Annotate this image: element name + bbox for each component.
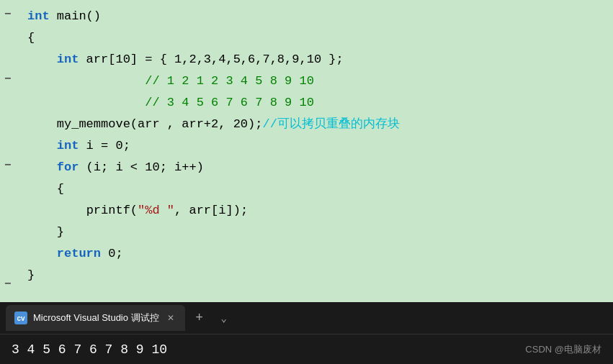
line-3: int arr[10] = { 1,2,3,4,5,6,7,8,9,10 }; — [27, 49, 606, 70]
indent-11 — [27, 222, 57, 243]
taskbar-tab[interactable]: cv Microsoft Visual Studio 调试控 ✕ — [6, 305, 185, 331]
return-val: 0; — [101, 243, 123, 265]
kw-int-main: int — [27, 6, 50, 27]
comment-zh-6: //可以拷贝重叠的内存块 — [262, 114, 399, 135]
printf-call: printf( — [86, 200, 138, 222]
line-5: // 3 4 5 6 7 6 7 8 9 10 — [27, 92, 606, 114]
output-bar: 3 4 5 6 7 6 7 8 9 10 CSDN @电脑废材 — [0, 334, 613, 364]
arr-decl: arr[10] = { 1,2,3,4,5,6,7,8,9,10 }; — [79, 49, 343, 70]
tab-label: Microsoft Visual Studio 调试控 — [33, 311, 159, 324]
printf-string: "%d " — [138, 200, 174, 222]
watermark: CSDN @电脑废材 — [525, 343, 601, 356]
line-4: // 1 2 1 2 3 4 5 8 9 10 — [27, 70, 606, 92]
gutter-minus-4[interactable]: − — [4, 73, 12, 85]
line-6: my_memmove(arr , arr+2, 20);//可以拷贝重叠的内存块 — [27, 114, 606, 135]
taskbar: cv Microsoft Visual Studio 调试控 ✕ + ⌄ — [0, 302, 613, 334]
close-brace-for: } — [57, 222, 64, 243]
indent-12 — [27, 243, 57, 265]
indent-9 — [27, 178, 57, 200]
open-brace-for: { — [57, 178, 64, 200]
tab-overflow-button[interactable]: ⌄ — [214, 308, 234, 328]
line-1: int main() — [27, 6, 606, 27]
kw-int-arr: int — [57, 49, 79, 70]
indent-3 — [27, 49, 57, 70]
kw-int-i: int — [57, 135, 79, 157]
line-12: return 0; — [27, 243, 606, 265]
gutter-minus-8[interactable]: − — [4, 160, 12, 171]
code-content: int main() { int arr[10] = { 1,2,3,4,5,6… — [20, 0, 613, 292]
indent-10 — [27, 200, 86, 222]
tab-icon-text: cv — [17, 314, 24, 322]
add-tab-button[interactable]: + — [189, 308, 210, 328]
plain-main: main() — [50, 6, 101, 27]
output-text: 3 4 5 6 7 6 7 8 9 10 — [12, 342, 525, 357]
indent-6 — [27, 114, 57, 135]
indent-8 — [27, 157, 57, 178]
line-8: for (i; i < 10; i++) — [27, 157, 606, 178]
gutter-minus-14[interactable]: − — [4, 278, 12, 290]
kw-for: for — [57, 157, 79, 178]
line-10: printf("%d ", arr[i]); — [27, 200, 606, 222]
comment-1: // 1 2 1 2 3 4 5 8 9 10 — [27, 70, 314, 92]
line-2: { — [27, 27, 606, 49]
gutter-minus-1[interactable]: − — [4, 9, 12, 20]
open-brace-main: { — [27, 27, 35, 49]
i-decl: i = 0; — [79, 135, 130, 157]
tab-icon: cv — [14, 311, 27, 324]
line-13: } — [27, 265, 606, 286]
printf-args: , arr[i]); — [174, 200, 248, 222]
close-brace-main: } — [27, 265, 35, 286]
tab-close-button[interactable]: ✕ — [165, 312, 176, 324]
indent-7 — [27, 135, 57, 157]
line-9: { — [27, 178, 606, 200]
line-7: int i = 0; — [27, 135, 606, 157]
memmove-call: my_memmove(arr , arr+2, 20); — [57, 114, 263, 135]
for-cond: (i; i < 10; i++) — [79, 157, 203, 178]
editor-area: − − − − int main() { int arr[10] = { 1,2… — [0, 0, 613, 302]
comment-2: // 3 4 5 6 7 6 7 8 9 10 — [27, 92, 314, 114]
line-11: } — [27, 222, 606, 243]
kw-return: return — [57, 243, 101, 265]
